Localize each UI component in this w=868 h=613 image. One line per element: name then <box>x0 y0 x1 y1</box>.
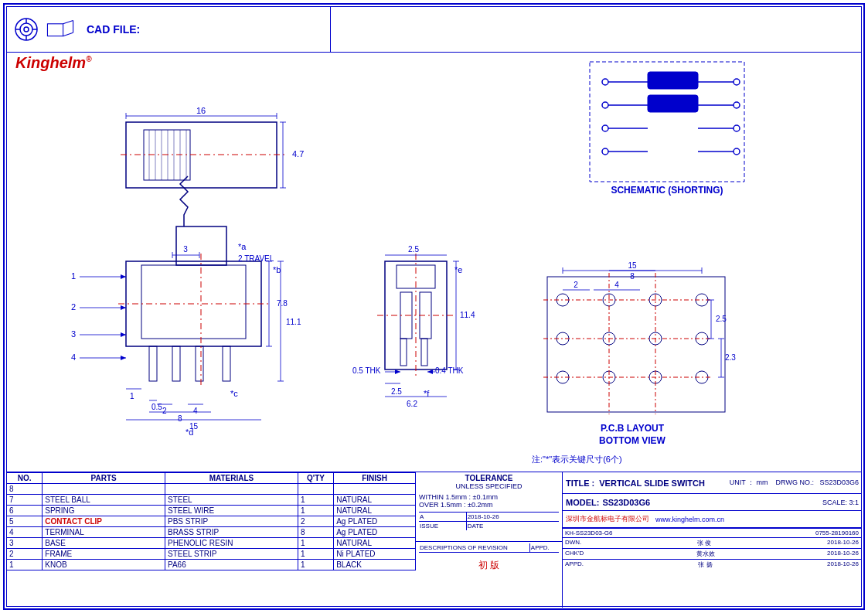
svg-text:*c: *c <box>230 389 238 398</box>
svg-text:*a: *a <box>238 242 247 251</box>
svg-text:2: 2 <box>162 407 167 415</box>
svg-point-153 <box>734 102 740 108</box>
bom-row-6: 6SPRINGSTEEL WIRE1NATURAL <box>7 506 416 516</box>
title-left: CAD FILE: <box>6 6 331 52</box>
kh-code: KH-SS23D03-G6 <box>565 530 612 536</box>
col-issue: ISSUE <box>419 522 467 530</box>
col-finish: FINISH <box>334 473 416 484</box>
drwg-label: DRWG NO.: <box>776 478 814 486</box>
shenzhen: 深圳市金航标电子有限公司 <box>566 514 649 524</box>
svg-rect-31 <box>149 346 157 381</box>
svg-point-152 <box>734 79 740 85</box>
svg-text:15: 15 <box>628 261 637 270</box>
svg-point-1 <box>20 23 32 36</box>
appd-label: APPD. <box>529 543 559 552</box>
svg-rect-149 <box>648 72 698 89</box>
unit-block: UNIT ： mm DRWG NO.: SS23D03G6 <box>730 478 859 488</box>
col-date-a: 2018-10-26 <box>467 513 559 521</box>
svg-point-155 <box>734 148 740 155</box>
target-icon <box>12 15 40 43</box>
title-block-top: CAD FILE: <box>6 6 862 53</box>
col-date: DATE <box>467 522 559 530</box>
svg-text:SCHEMATIC (SHORTING): SCHEMATIC (SHORTING) <box>611 185 723 196</box>
unit-value: mm <box>757 478 768 486</box>
svg-rect-33 <box>196 346 203 381</box>
col-no: NO. <box>7 473 43 484</box>
bom-row-4: 4TERMINALBRASS STRIP8Ag PLATED <box>7 527 416 538</box>
col-a-header: A <box>419 513 467 521</box>
dwn-label: DWN. <box>565 539 581 547</box>
revision-box: DESCRIPTIONS OF REVISION APPD. 初 版 <box>416 542 563 608</box>
svg-text:BOTTOM VIEW: BOTTOM VIEW <box>599 435 665 446</box>
bom-row-8: 8 <box>7 484 416 495</box>
bom-row-5: 5CONTACT CLIPPBS STRIP2Ag PLATED <box>7 516 416 527</box>
svg-text:1: 1 <box>71 271 76 281</box>
bom-row-1: 1KNOBPA661BLACK <box>7 560 416 570</box>
svg-text:7.8: 7.8 <box>277 299 288 308</box>
title-label: TITLE : <box>566 478 594 488</box>
scale-label: SCALE: <box>822 499 847 506</box>
svg-rect-30 <box>141 265 246 339</box>
title-row: TITLE : VERTICAL SLIDE SWITCH UNIT ： mm … <box>563 472 862 494</box>
svg-text:*b: *b <box>273 265 281 274</box>
desc-label: DESCRIPTIONS OF REVISION <box>419 543 529 552</box>
svg-text:3: 3 <box>183 245 188 254</box>
svg-rect-83 <box>421 339 427 366</box>
svg-marker-42 <box>121 305 126 310</box>
svg-text:1: 1 <box>130 392 134 400</box>
svg-text:6.2: 6.2 <box>407 400 417 408</box>
svg-text:2: 2 <box>71 302 76 312</box>
tolerance-line2: WITHIN 1.5mm : ±0.1mm <box>419 493 559 501</box>
title-value: VERTICAL SLIDE SWITCH <box>599 478 705 488</box>
svg-line-8 <box>63 20 73 23</box>
dwn-name: 张 俊 <box>697 539 711 547</box>
svg-rect-150 <box>648 95 698 112</box>
svg-text:*e: *e <box>454 265 462 274</box>
unit-label: UNIT ： <box>730 478 754 486</box>
svg-text:8: 8 <box>178 414 182 423</box>
col-parts: PARTS <box>43 473 165 484</box>
svg-text:16: 16 <box>196 106 206 115</box>
svg-point-143 <box>602 102 608 108</box>
model-row: MODEL: SS23D03G6 SCALE: 3:1 <box>563 494 862 511</box>
appd-sig-label: APPD. <box>565 560 584 569</box>
dwn-date: 2018-10-26 <box>827 539 859 547</box>
svg-text:*d: *d <box>186 427 193 437</box>
svg-text:4.7: 4.7 <box>292 149 304 158</box>
contact-row: 深圳市金航标电子有限公司 www.kinghelm.com.cn <box>563 511 862 528</box>
svg-text:3: 3 <box>71 329 76 339</box>
svg-text:*f: *f <box>424 389 430 398</box>
scale-value: 3:1 <box>849 499 859 506</box>
model-label: MODEL: <box>566 498 599 507</box>
appd-name: 张 扬 <box>698 560 712 569</box>
svg-point-2 <box>24 27 29 32</box>
bottom-table: NO. PARTS MATERIALS Q'TY FINISH 8 7STEEL… <box>6 472 862 607</box>
bom-row-7: 7STEEL BALLSTEEL1NATURAL <box>7 495 416 506</box>
title-info-box: TITLE : VERTICAL SLIDE SWITCH UNIT ： mm … <box>563 472 862 608</box>
info-block: TOLERANCE UNLESS SPECIFIED WITHIN 1.5mm … <box>416 472 862 608</box>
svg-marker-99 <box>427 370 433 374</box>
main-drawing: 16 4.7 1 2 3 4 *a 2 TRAVEL *b *c 3 7.8 <box>6 53 862 472</box>
chkd-date: 2018-10-26 <box>827 550 859 558</box>
svg-rect-105 <box>547 277 725 412</box>
website: www.kinghelm.com.cn <box>655 516 724 523</box>
svg-text:2.5: 2.5 <box>716 315 727 323</box>
svg-point-142 <box>602 79 608 85</box>
svg-point-154 <box>734 125 740 131</box>
phone: 0755-28190160 <box>815 530 859 536</box>
svg-rect-82 <box>400 339 407 366</box>
svg-rect-34 <box>223 346 230 381</box>
appd-date: 2018-10-26 <box>827 560 859 569</box>
signature-rows: KH-SS23D03-G6 0755-28190160 DWN. 张 俊 201… <box>563 528 862 570</box>
svg-text:2.5: 2.5 <box>408 245 419 254</box>
svg-rect-7 <box>47 23 63 36</box>
svg-text:4: 4 <box>193 407 198 415</box>
svg-marker-39 <box>121 274 126 279</box>
svg-text:0.5 THK: 0.5 THK <box>352 366 381 375</box>
svg-text:P.C.B LAYOUT: P.C.B LAYOUT <box>601 423 665 434</box>
col-materials: MATERIALS <box>165 473 298 484</box>
svg-text:2.3: 2.3 <box>725 353 736 362</box>
title-right <box>331 6 862 52</box>
svg-rect-32 <box>172 346 180 381</box>
chkd-label: CHK'D <box>565 550 584 558</box>
